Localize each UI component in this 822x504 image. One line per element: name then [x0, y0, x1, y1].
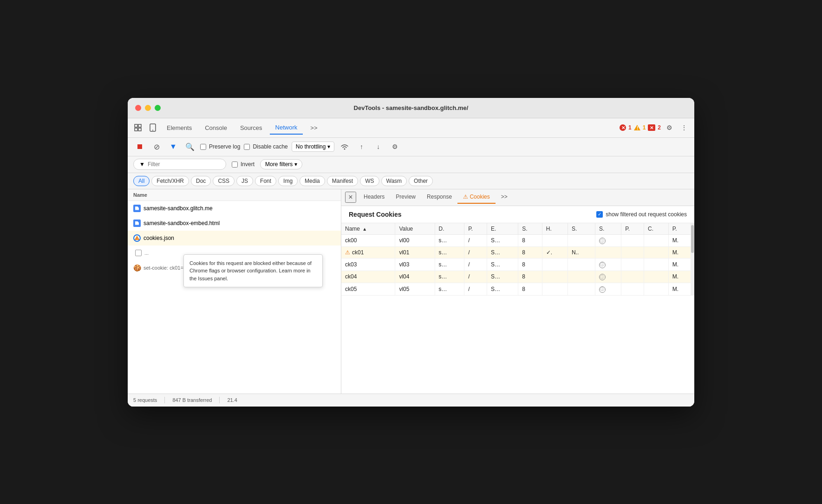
type-filter-wasm[interactable]: Wasm: [381, 176, 407, 186]
type-filter-media[interactable]: Media: [300, 176, 325, 186]
table-row[interactable]: ck04 vl04 s… / S… 8 ⓘ: [341, 271, 694, 283]
tab-preview[interactable]: Preview: [390, 191, 421, 204]
minimize-button[interactable]: [145, 105, 151, 111]
warning-icon: !: [133, 234, 141, 242]
cookie-value: vl04: [395, 271, 435, 283]
close-button[interactable]: [135, 105, 141, 111]
type-filter-manifest[interactable]: Manifest: [327, 176, 358, 186]
type-filter-font[interactable]: Font: [255, 176, 276, 186]
svg-text:!: !: [137, 237, 137, 240]
col-path[interactable]: P.: [464, 223, 487, 235]
type-filter-js[interactable]: JS: [236, 176, 253, 186]
type-filter-all[interactable]: All: [133, 176, 150, 186]
col-domain[interactable]: D.: [435, 223, 464, 235]
info-icon[interactable]: ⓘ: [599, 238, 606, 244]
col-name[interactable]: Name ▲: [341, 223, 395, 235]
col-secure[interactable]: S.: [568, 223, 595, 235]
total-size: 21.4: [227, 397, 237, 403]
tab-response[interactable]: Response: [421, 191, 457, 204]
clear-button[interactable]: ⊘: [150, 140, 163, 153]
col-size[interactable]: S.: [518, 223, 542, 235]
devtools-window: DevTools - samesite-sandbox.glitch.me/ E…: [128, 98, 694, 407]
tab-network[interactable]: Network: [270, 121, 303, 135]
list-item[interactable]: samesite-sandbox-embed.html: [128, 216, 341, 231]
tab-console[interactable]: Console: [199, 122, 233, 134]
vertical-scrollbar[interactable]: [691, 223, 694, 296]
cookie-samesite: ⓘ: [595, 283, 621, 296]
invert-checkbox[interactable]: [232, 162, 238, 168]
info-icon[interactable]: ⓘ: [599, 262, 606, 268]
cookie-cors: [644, 234, 668, 247]
type-filter-fetch[interactable]: Fetch/XHR: [151, 176, 189, 186]
cookie-httponly: [542, 258, 568, 271]
disable-cache-label[interactable]: Disable cache: [244, 143, 287, 150]
cookie-cors: [644, 247, 668, 258]
type-filter-css[interactable]: CSS: [213, 176, 235, 186]
type-filter-doc[interactable]: Doc: [191, 176, 211, 186]
network-settings-icon[interactable]: ⚙: [388, 140, 401, 153]
panel-close-button[interactable]: ×: [345, 192, 356, 203]
file-list-header: Name: [128, 189, 341, 201]
cookie-httponly: ✓.: [542, 247, 568, 258]
online-icon[interactable]: [338, 140, 351, 153]
col-samesite[interactable]: S.: [595, 223, 621, 235]
table-row[interactable]: ck03 vl03 s… / S… 8 ⓘ: [341, 258, 694, 271]
invert-label[interactable]: Invert: [232, 161, 254, 168]
search-button[interactable]: 🔍: [183, 140, 196, 153]
show-filtered-label[interactable]: show filtered out request cookies: [596, 211, 687, 218]
error-badge[interactable]: ✕ 1: [619, 124, 632, 131]
tab-headers[interactable]: Headers: [358, 191, 390, 204]
cookie-name: ck05: [341, 283, 395, 296]
tab-sources[interactable]: Sources: [235, 122, 268, 134]
issues-badge[interactable]: ✕ 2: [647, 124, 661, 131]
preserve-log-label[interactable]: Preserve log: [200, 143, 240, 150]
filter-icon: ▼: [139, 161, 145, 168]
info-icon[interactable]: ⓘ: [599, 274, 606, 280]
col-value[interactable]: Value: [395, 223, 435, 235]
svg-text:✕: ✕: [621, 125, 625, 130]
statusbar: 5 requests 847 B transferred 21.4: [128, 394, 694, 407]
info-icon[interactable]: ⓘ: [599, 286, 606, 293]
inspector-icon[interactable]: [131, 121, 144, 134]
cookie-secure: [568, 258, 595, 271]
col-priority[interactable]: P.: [621, 223, 644, 235]
list-item[interactable]: samesite-sandbox.glitch.me: [128, 201, 341, 216]
type-filter-ws[interactable]: WS: [360, 176, 379, 186]
download-icon[interactable]: ↓: [372, 140, 385, 153]
table-row[interactable]: ⚠ck01 vl01 s… / S… 8 ✓. N..: [341, 247, 694, 258]
col-expires[interactable]: E.: [487, 223, 518, 235]
warning-badge[interactable]: ! 1: [633, 124, 646, 131]
more-filters-button[interactable]: More filters ▾: [260, 159, 302, 169]
disable-cache-checkbox[interactable]: [244, 144, 250, 150]
settings-icon[interactable]: ⚙: [663, 121, 676, 134]
maximize-button[interactable]: [155, 105, 161, 111]
tab-more-panels[interactable]: >>: [496, 191, 513, 204]
tab-cookies[interactable]: ⚠ Cookies: [457, 191, 496, 204]
cookie-size: 8: [518, 234, 542, 247]
record-stop-button[interactable]: ⏹: [133, 140, 146, 153]
svg-rect-3: [138, 128, 141, 131]
filter-toggle-button[interactable]: ▼: [167, 140, 180, 153]
list-item-cookies-json[interactable]: ! cookies.json: [128, 231, 341, 246]
filter-input-wrapper[interactable]: ▼: [133, 159, 226, 170]
filter-input[interactable]: [148, 161, 217, 168]
throttle-dropdown[interactable]: No throttling ▾: [292, 142, 335, 152]
type-filter-other[interactable]: Other: [409, 176, 433, 186]
scrollbar-thumb[interactable]: [691, 225, 694, 253]
table-row[interactable]: ck05 vl05 s… / S… 8 ⓘ: [341, 283, 694, 296]
transferred-size: 847 B transferred: [172, 397, 212, 403]
upload-icon[interactable]: ↑: [355, 140, 368, 153]
col-cors[interactable]: C.: [644, 223, 668, 235]
doc-icon: [133, 220, 141, 227]
tab-more[interactable]: >>: [305, 122, 323, 134]
preserve-log-checkbox[interactable]: [200, 144, 206, 150]
show-filtered-checkbox[interactable]: [596, 211, 603, 218]
device-icon[interactable]: [146, 121, 159, 134]
row-warning-icon: ⚠: [345, 249, 350, 256]
col-httponly[interactable]: H.: [542, 223, 568, 235]
menu-icon[interactable]: ⋮: [678, 121, 691, 134]
table-row[interactable]: ck00 vl00 s… / S… 8 ⓘ: [341, 234, 694, 247]
tab-elements[interactable]: Elements: [161, 122, 197, 134]
type-filter-img[interactable]: Img: [278, 176, 298, 186]
cookie-table-wrapper: Name ▲ Value D. P. E. S. H. S. S. P. C.: [341, 223, 694, 296]
